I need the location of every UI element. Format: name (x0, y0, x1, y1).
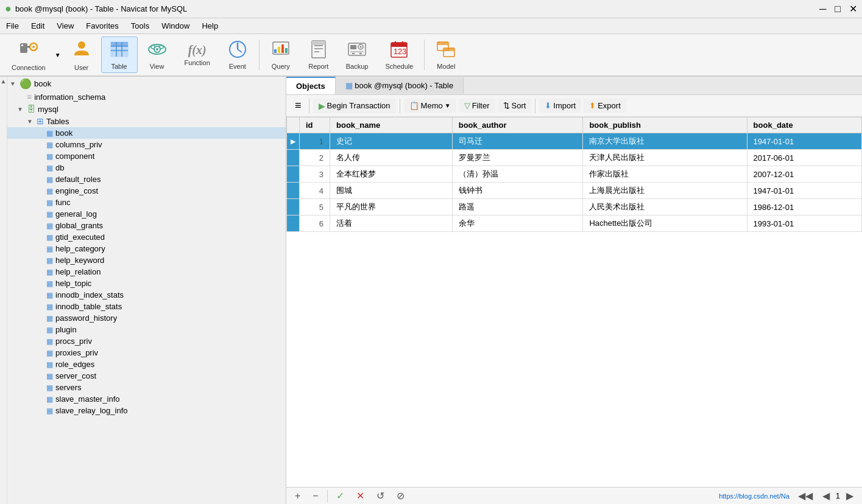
sort-btn[interactable]: ⇅ Sort (498, 99, 532, 113)
tree-item-password-history[interactable]: ▦ password_history (7, 312, 286, 324)
tree-item-innodb-index-stats[interactable]: ▦ innodb_index_stats (7, 289, 286, 301)
tab-objects[interactable]: Objects (286, 77, 336, 94)
cell-book-date[interactable]: 1986-12-01 (747, 199, 861, 215)
memo-btn[interactable]: 📋 Memo ▼ (404, 99, 456, 113)
cell-book-author[interactable]: 司马迁 (452, 133, 583, 150)
data-table-wrapper[interactable]: id book_name book_author book_publish bo… (286, 117, 862, 487)
cell-id[interactable]: 5 (300, 199, 330, 215)
table-button[interactable]: Table (101, 37, 138, 73)
connection-dropdown-arrow[interactable]: ▼ (54, 51, 62, 60)
import-btn[interactable]: ⬇ Import (539, 99, 581, 113)
table-row[interactable]: 4围城钱钟书上海晨光出版社1947-01-01 (287, 183, 862, 199)
cell-id[interactable]: 2 (300, 150, 330, 166)
col-book-publish[interactable]: book_publish (583, 117, 747, 133)
col-book-date[interactable]: book_date (747, 117, 861, 133)
delete-record-btn[interactable]: − (309, 489, 322, 503)
cell-book-author[interactable]: 罗曼罗兰 (452, 150, 583, 166)
tree-item-func[interactable]: ▦ func (7, 197, 286, 208)
memo-dropdown-arrow[interactable]: ▼ (445, 102, 451, 109)
tree-item-slave-master-info[interactable]: ▦ slave_master_info (7, 393, 286, 405)
cell-id[interactable]: 3 (300, 166, 330, 183)
cell-book-name[interactable]: 活着 (330, 215, 453, 232)
tree-item-information-schema[interactable]: ≡ information_schema (7, 91, 286, 103)
stop-btn[interactable]: ⊘ (393, 489, 408, 503)
tree-item-gtid-executed[interactable]: ▦ gtid_executed (7, 231, 286, 243)
cell-book-author[interactable]: 钱钟书 (452, 183, 583, 199)
maximize-btn[interactable]: □ (835, 4, 841, 15)
page-first-btn[interactable]: ◀◀ (794, 489, 816, 503)
tree-item-mysql[interactable]: ▼ 🗄 mysql (7, 103, 286, 115)
menu-favorites[interactable]: Favorites (80, 19, 124, 32)
backup-button[interactable]: Backup (338, 37, 376, 73)
tree-item-columns-priv[interactable]: ▦ columns_priv (7, 139, 286, 150)
close-btn[interactable]: ✕ (849, 3, 857, 15)
model-button[interactable]: Model (428, 37, 464, 73)
sidebar-up-arrow[interactable]: ▲ (1, 78, 7, 85)
event-button[interactable]: Event (219, 37, 256, 73)
table-row[interactable]: 5平凡的世界路遥人民美术出版社1986-12-01 (287, 199, 862, 215)
begin-transaction-btn[interactable]: ▶ Begin Transaction (313, 99, 396, 113)
cell-book-date[interactable]: 2007-12-01 (747, 166, 861, 183)
tree-item-global-grants[interactable]: ▦ global_grants (7, 220, 286, 231)
tree-item-slave-relay-log-info[interactable]: ▦ slave_relay_log_info (7, 405, 286, 416)
tree-item-book-root[interactable]: ▼ 🟢 book (7, 77, 286, 91)
tree-item-help-topic[interactable]: ▦ help_topic (7, 278, 286, 289)
filter-btn[interactable]: ▽ Filter (459, 99, 495, 113)
tree-item-general-log[interactable]: ▦ general_log (7, 208, 286, 220)
cell-book-publish[interactable]: Hachette出版公司 (583, 215, 747, 232)
cell-id[interactable]: 6 (300, 215, 330, 232)
menu-window[interactable]: Window (155, 19, 196, 32)
cell-book-author[interactable]: 路遥 (452, 199, 583, 215)
col-book-name[interactable]: book_name (330, 117, 453, 133)
tree-item-book-table[interactable]: ▦ book (7, 127, 286, 139)
tree-item-help-category[interactable]: ▦ help_category (7, 243, 286, 254)
export-btn[interactable]: ⬆ Export (584, 99, 626, 113)
menu-help[interactable]: Help (196, 19, 224, 32)
col-book-author[interactable]: book_author (452, 117, 583, 133)
col-id[interactable]: id (300, 117, 330, 133)
cell-book-date[interactable]: 1947-01-01 (747, 183, 861, 199)
table-row[interactable]: 2名人传罗曼罗兰天津人民出版社2017-06-01 (287, 150, 862, 166)
page-next-btn[interactable]: ▶ (843, 489, 857, 503)
tree-item-role-edges[interactable]: ▦ role_edges (7, 359, 286, 370)
cell-book-name[interactable]: 平凡的世界 (330, 199, 453, 215)
cell-book-publish[interactable]: 作家出版社 (583, 166, 747, 183)
schedule-button[interactable]: 1 2 3 Schedule (377, 37, 421, 73)
table-row[interactable]: ▶1史记司马迁南京大学出版社1947-01-01 (287, 133, 862, 150)
tab-table-view[interactable]: ▦ book @mysql (book) - Table (336, 77, 464, 94)
tree-item-plugin[interactable]: ▦ plugin (7, 324, 286, 335)
confirm-btn[interactable]: ✓ (333, 489, 348, 503)
tree-item-help-relation[interactable]: ▦ help_relation (7, 266, 286, 278)
tree-item-component[interactable]: ▦ component (7, 150, 286, 162)
menu-view[interactable]: View (51, 19, 80, 32)
refresh-btn[interactable]: ↺ (373, 489, 388, 503)
query-button[interactable]: Query (263, 37, 299, 73)
cell-book-name[interactable]: 史记 (330, 133, 453, 150)
function-button[interactable]: f(x) Function (177, 37, 218, 73)
add-record-btn[interactable]: + (291, 489, 304, 503)
cell-id[interactable]: 1 (300, 133, 330, 150)
tree-item-tables[interactable]: ▼ ⊞ Tables (7, 115, 286, 127)
tree-item-help-keyword[interactable]: ▦ help_keyword (7, 254, 286, 266)
cell-book-publish[interactable]: 人民美术出版社 (583, 199, 747, 215)
cell-book-name[interactable]: 全本红楼梦 (330, 166, 453, 183)
cancel-btn[interactable]: ✕ (353, 489, 368, 503)
menu-tools[interactable]: Tools (125, 19, 155, 32)
cell-book-publish[interactable]: 南京大学出版社 (583, 133, 747, 150)
table-row[interactable]: 6活着余华Hachette出版公司1993-01-01 (287, 215, 862, 232)
tree-item-servers[interactable]: ▦ servers (7, 382, 286, 393)
cell-book-author[interactable]: 余华 (452, 215, 583, 232)
hamburger-menu-btn[interactable]: ≡ (291, 98, 305, 113)
menu-edit[interactable]: Edit (25, 19, 51, 32)
user-button[interactable]: User (63, 37, 100, 73)
tree-item-server-cost[interactable]: ▦ server_cost (7, 370, 286, 382)
view-button[interactable]: View (139, 37, 175, 73)
cell-book-name[interactable]: 名人传 (330, 150, 453, 166)
cell-book-date[interactable]: 1947-01-01 (747, 133, 861, 150)
tree-item-innodb-table-stats[interactable]: ▦ innodb_table_stats (7, 301, 286, 312)
cell-book-publish[interactable]: 天津人民出版社 (583, 150, 747, 166)
table-row[interactable]: 3全本红楼梦（清）孙温作家出版社2007-12-01 (287, 166, 862, 183)
cell-book-author[interactable]: （清）孙温 (452, 166, 583, 183)
minimize-btn[interactable]: ─ (819, 4, 826, 15)
tree-item-engine-cost[interactable]: ▦ engine_cost (7, 185, 286, 197)
